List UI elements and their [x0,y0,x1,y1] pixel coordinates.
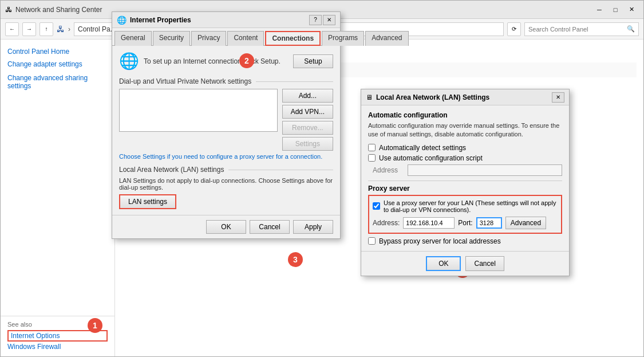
advanced-button[interactable]: Advanced [505,217,546,229]
lan-content: Automatic configuration Automatic config… [361,105,569,251]
search-box[interactable]: 🔍 [524,22,639,36]
title-bar-controls: ─ □ ✕ [592,3,639,16]
bypass-checkbox[interactable] [368,237,376,245]
dialog-title-left: 🌐 Internet Properties [117,15,191,25]
maximize-button[interactable]: □ [608,3,623,16]
lan-cancel-button[interactable]: Cancel [465,256,504,271]
lan-dialog: 🖥 Local Area Network (LAN) Settings ✕ Au… [361,89,570,276]
help-button[interactable]: ? [309,15,322,25]
tab-security[interactable]: Security [153,31,190,46]
tab-general[interactable]: General [114,31,152,46]
sidebar: Control Panel Home Change adapter settin… [1,40,115,356]
dialup-section: Dial-up and Virtual Private Network sett… [119,77,333,160]
tab-programs[interactable]: Programs [322,31,364,46]
setup-button[interactable]: Setup [293,54,333,68]
dialog-title-bar: 🌐 Internet Properties ? ✕ [112,12,340,28]
lan-dialog-title: Local Area Network (LAN) Settings [376,93,489,101]
auto-detect-label: Automatically detect settings [379,144,466,152]
script-address-input[interactable] [408,164,562,176]
sidebar-link-windows-firewall[interactable]: Windows Firewall [7,343,108,351]
sidebar-top: Control Panel Home Change adapter settin… [1,40,114,316]
use-proxy-label: Use a proxy server for your LAN (These s… [384,199,558,213]
setup-text: To set up an Internet connection, click … [144,57,289,65]
main-window-icon: 🖧 [5,6,12,14]
tab-connections[interactable]: Connections [265,31,321,46]
tab-privacy[interactable]: Privacy [191,31,226,46]
auto-config-desc: Automatic configuration may override man… [368,121,562,139]
sidebar-item-control-panel-home[interactable]: Control Panel Home [1,45,114,58]
forward-button[interactable]: → [22,22,36,36]
lan-footer: OK Cancel [361,251,569,276]
use-proxy-row: Use a proxy server for your LAN (These s… [373,199,558,213]
use-auto-script-label: Use automatic configuration script [379,154,483,162]
tab-advanced[interactable]: Advanced [365,31,408,46]
sidebar-item-change-adapter[interactable]: Change adapter settings [1,58,114,70]
use-auto-script-checkbox[interactable] [368,154,376,162]
lan-section: Local Area Network (LAN) settings LAN Se… [119,166,333,209]
setup-icon: 🌐 [119,52,139,70]
minimize-button[interactable]: ─ [592,3,607,16]
auto-detect-checkbox[interactable] [368,144,376,151]
up-button[interactable]: ↑ [39,22,53,36]
back-button[interactable]: ← [5,22,19,36]
add-vpn-button[interactable]: Add VPN... [282,105,333,119]
settings-button[interactable]: Settings [282,137,333,151]
lan-ok-button[interactable]: OK [426,256,461,271]
apply-button[interactable]: Apply [293,220,333,234]
dialup-row: Add... Add VPN... Remove... Settings [119,89,333,151]
lan-dialog-icon: 🖥 [366,93,373,101]
dialog-title: Internet Properties [130,16,191,24]
close-button[interactable]: ✕ [624,3,639,16]
use-proxy-checkbox[interactable] [373,202,380,210]
address-path-text: Control Pa... [78,25,116,33]
cancel-button[interactable]: Cancel [250,220,290,234]
add-button[interactable]: Add... [282,89,333,103]
proxy-address-input[interactable] [403,217,455,229]
title-bar-left: 🖧 Network and Sharing Center [5,6,102,14]
remove-button[interactable]: Remove... [282,121,333,135]
dialog-footer: OK Cancel Apply [112,215,340,238]
bypass-label: Bypass proxy server for local addresses [379,237,501,245]
dialog-content: 🌐 To set up an Internet connection, clic… [112,46,340,215]
internet-properties-dialog: 🌐 Internet Properties ? ✕ General Securi… [112,11,341,239]
use-auto-script-row: Use automatic configuration script [368,154,562,162]
lan-dialog-title-left: 🖥 Local Area Network (LAN) Settings [366,93,489,101]
lan-dialog-close: ✕ [552,92,564,103]
search-icon: 🔍 [627,25,635,33]
proxy-box: Use a proxy server for your LAN (These s… [368,195,562,234]
search-input[interactable] [528,26,625,33]
badge-3: 3 [288,252,303,267]
proxy-section-title: Proxy server [368,185,562,193]
divider [368,181,562,181]
lan-close-button[interactable]: ✕ [552,92,564,103]
bypass-row: Bypass proxy server for local addresses [368,237,562,245]
proxy-addr-label: Address: [373,219,400,227]
lan-label: Local Area Network (LAN) settings [119,166,333,174]
script-address-row: Address [373,164,562,176]
sidebar-item-change-advanced[interactable]: Change advanced sharing settings [1,72,114,92]
lan-settings-button[interactable]: LAN settings [119,194,176,209]
dialog-tabs: General Security Privacy Content Connect… [112,28,340,46]
dialup-list[interactable] [119,89,278,132]
lan-dialog-title-bar: 🖥 Local Area Network (LAN) Settings ✕ [361,89,569,105]
auto-config-title: Automatic configuration [368,111,562,119]
dialog-title-controls: ? ✕ [309,15,335,25]
lan-desc: LAN Settings do not apply to dial-up con… [119,177,333,191]
setup-row: 🌐 To set up an Internet connection, clic… [119,52,333,70]
refresh-button[interactable]: ⟳ [507,22,521,36]
ok-button[interactable]: OK [206,220,246,234]
badge-1: 1 [88,318,102,333]
main-window-title: Network and Sharing Center [15,6,102,14]
script-address-label: Address [373,166,404,174]
proxy-port-input[interactable] [476,217,502,229]
dialup-label: Dial-up and Virtual Private Network sett… [119,77,333,85]
proxy-addr-row: Address: Port: Advanced [373,217,558,229]
dialup-buttons: Add... Add VPN... Remove... Settings [282,89,333,151]
proxy-port-label: Port: [458,219,472,227]
tab-content[interactable]: Content [227,31,264,46]
badge-2: 2 [239,53,254,68]
choose-settings-text: Choose Settings if you need to configure… [119,153,333,160]
auto-detect-row: Automatically detect settings [368,144,562,152]
dialog-close-button[interactable]: ✕ [323,15,335,25]
dialog-icon: 🌐 [117,15,127,25]
